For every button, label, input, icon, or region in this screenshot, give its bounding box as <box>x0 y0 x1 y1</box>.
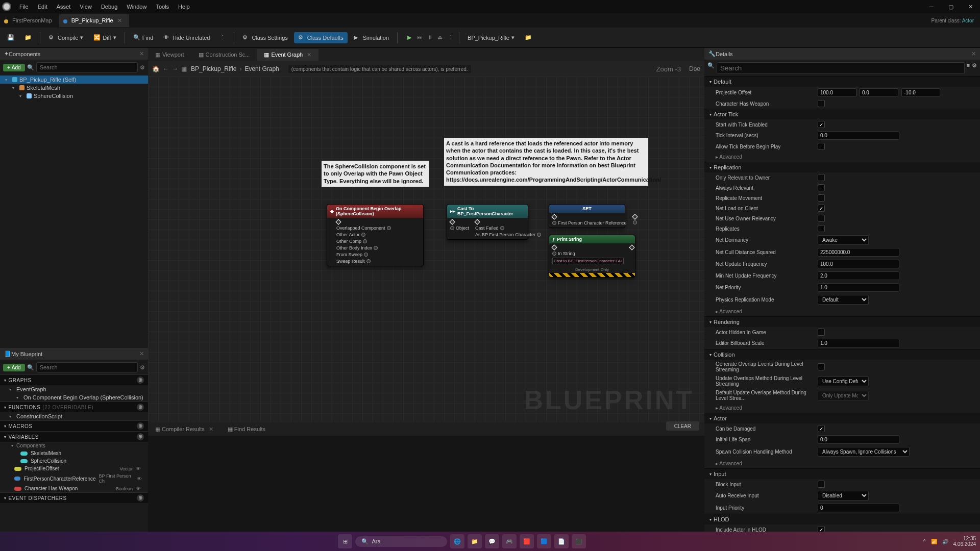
graph-tab[interactable]: ▦Construction Sc... <box>191 49 257 61</box>
details-category[interactable]: ▾Actor Tick <box>704 109 980 119</box>
task-app-icon[interactable]: 💬 <box>485 534 499 548</box>
task-app-icon[interactable]: 🌐 <box>450 534 464 548</box>
graph-comment[interactable]: A cast is a hard reference that loads th… <box>444 138 648 186</box>
play-more[interactable]: ⋮ <box>446 34 455 41</box>
node-print-string[interactable]: ƒPrint String In String Development Only <box>549 235 635 278</box>
select-input[interactable]: Disabled <box>818 491 869 500</box>
minimize-button[interactable]: ─ <box>924 4 939 10</box>
start-button[interactable]: ⊞ <box>338 534 352 548</box>
blueprint-row[interactable]: ProjectileOffsetVector👁 <box>0 465 148 472</box>
component-row[interactable]: ▾SkeletalMesh <box>0 84 148 92</box>
toolbar-more[interactable]: ⋮ <box>216 32 230 43</box>
number-input[interactable] <box>818 504 899 512</box>
select-input[interactable]: Only Update Movable <box>818 391 869 400</box>
menu-tools[interactable]: Tools <box>152 2 173 12</box>
details-category[interactable]: ▾Input <box>704 468 980 479</box>
number-input[interactable] <box>818 283 899 292</box>
event-graph-canvas[interactable]: The SphereCollision component is set to … <box>148 77 704 422</box>
details-row[interactable]: ▸ Advanced <box>704 306 980 316</box>
checkbox[interactable] <box>818 121 825 128</box>
details-category[interactable]: ▾HLOD <box>704 514 980 524</box>
checkbox[interactable] <box>818 184 825 191</box>
graph-comment[interactable]: The SphereCollision component is set to … <box>322 161 429 187</box>
checkbox[interactable] <box>818 481 825 488</box>
taskbar-search[interactable]: 🔍 Ara <box>355 536 447 547</box>
menu-edit[interactable]: Edit <box>34 2 52 12</box>
diff-button[interactable]: Diff▾ <box>89 32 120 43</box>
number-input[interactable] <box>818 435 899 444</box>
results-tab[interactable]: ▦ Compiler Results✕ <box>148 423 220 435</box>
find-button[interactable]: Find <box>129 32 157 43</box>
number-input[interactable] <box>818 271 899 280</box>
category-header[interactable]: ▾MACROS⊕ <box>0 420 148 431</box>
checkbox[interactable] <box>818 225 825 232</box>
checkbox[interactable] <box>818 425 825 432</box>
component-row[interactable]: ▾SphereCollision <box>0 92 148 100</box>
details-category[interactable]: ▾Default <box>704 76 980 87</box>
details-category[interactable]: ▾Rendering <box>704 316 980 327</box>
task-app-icon[interactable]: ⬛ <box>572 534 586 548</box>
vec-input[interactable] <box>860 88 898 97</box>
crumb-asset[interactable]: BP_Pickup_Rifle <box>191 65 236 72</box>
main-tab[interactable]: BP_Pickup_Rifle✕ <box>59 14 129 27</box>
task-app-icon[interactable]: 🟥 <box>520 534 534 548</box>
menu-view[interactable]: View <box>76 2 96 12</box>
category-header[interactable]: ▾GRAPHS⊕ <box>0 374 148 385</box>
class-defaults-button[interactable]: Class Defaults <box>294 32 348 43</box>
component-row[interactable]: ▾BP_Pickup_Rifle (Self) <box>0 76 148 84</box>
details-category[interactable]: ▾Actor <box>704 413 980 423</box>
class-settings-button[interactable]: Class Settings <box>238 32 291 43</box>
pause-button[interactable]: ⏸ <box>425 34 434 41</box>
checkbox[interactable] <box>818 363 825 370</box>
menu-window[interactable]: Window <box>122 2 151 12</box>
system-tray[interactable]: ^ 📶 🔊 12:354.06.2024 <box>923 536 976 547</box>
select-input[interactable]: Default <box>818 295 869 305</box>
step-button[interactable]: ⏭ <box>415 34 424 41</box>
asset-dropdown[interactable]: BP_Pickup_Rifle▾ <box>463 32 519 43</box>
task-app-icon[interactable]: 🎮 <box>502 534 517 548</box>
blueprint-row[interactable]: ▾On Component Begin Overlap (SphereColli… <box>0 393 148 402</box>
checkbox[interactable] <box>818 205 825 212</box>
select-input[interactable]: Always Spawn, Ignore Collisions <box>818 447 910 457</box>
clock[interactable]: 12:354.06.2024 <box>953 536 976 547</box>
close-panel-icon[interactable]: ✕ <box>971 51 976 57</box>
components-search-input[interactable] <box>36 62 138 72</box>
checkbox[interactable] <box>818 143 825 150</box>
vec-input[interactable] <box>818 88 856 97</box>
add-component-button[interactable]: + Add <box>3 64 25 71</box>
simulation-button[interactable]: Simulation <box>350 32 393 43</box>
add-blueprint-button[interactable]: + Add <box>3 364 25 371</box>
checkbox[interactable] <box>818 174 825 181</box>
number-input[interactable] <box>818 131 899 140</box>
details-category[interactable]: ▾Collision <box>704 349 980 360</box>
blueprint-row[interactable]: Character Has WeaponBoolean👁 <box>0 485 148 492</box>
select-input[interactable]: Awake <box>818 235 869 245</box>
parent-class-link[interactable]: Actor <box>962 18 974 23</box>
clear-button[interactable]: CLEAR <box>666 421 699 431</box>
details-row[interactable]: ▸ Advanced <box>704 152 980 162</box>
blueprint-row[interactable]: ▾Components <box>0 442 148 449</box>
menu-debug[interactable]: Debug <box>97 2 121 12</box>
node-event-overlap[interactable]: ◈On Component Begin Overlap (SphereColli… <box>327 204 424 266</box>
gear-icon[interactable]: ⚙ <box>972 62 977 74</box>
stop-button[interactable]: ⏏ <box>435 34 445 41</box>
asset-browse[interactable]: 📁 <box>521 32 536 43</box>
main-tab[interactable]: FirstPersonMap <box>0 14 59 27</box>
node-set[interactable]: SET First Person Character Reference <box>549 204 625 228</box>
nav-home-icon[interactable]: 🏠 <box>152 65 160 72</box>
blueprint-row[interactable]: SphereCollision <box>0 457 148 465</box>
compile-button[interactable]: Compile▾ <box>44 32 87 43</box>
maximize-button[interactable]: ▢ <box>943 4 959 10</box>
task-app-icon[interactable]: 📁 <box>468 534 482 548</box>
category-header[interactable]: ▾EVENT DISPATCHERS⊕ <box>0 492 148 503</box>
volume-icon[interactable]: 🔊 <box>942 539 948 544</box>
close-panel-icon[interactable]: ✕ <box>139 51 144 57</box>
graph-tab[interactable]: ▦Event Graph✕ <box>257 49 318 61</box>
task-app-icon[interactable]: 🟦 <box>537 534 551 548</box>
category-header[interactable]: ▾VARIABLES⊕ <box>0 431 148 442</box>
nav-fwd-icon[interactable]: → <box>172 65 178 72</box>
task-app-icon[interactable]: 📄 <box>554 534 569 548</box>
checkbox[interactable] <box>818 100 825 107</box>
print-string-value[interactable] <box>552 258 624 264</box>
hide-unrelated-button[interactable]: Hide Unrelated <box>159 32 214 43</box>
